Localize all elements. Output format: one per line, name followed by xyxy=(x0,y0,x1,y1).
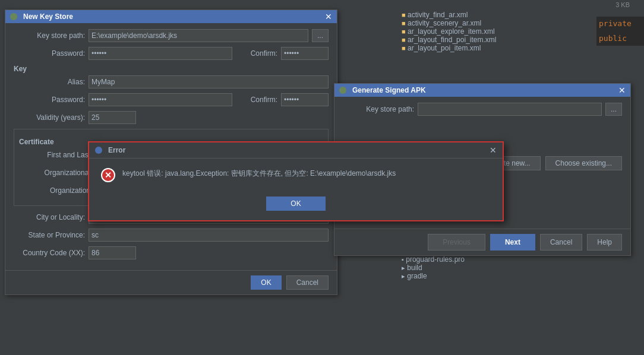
xml-icon: ■ xyxy=(402,36,406,43)
error-title-bar: Error ✕ xyxy=(89,142,503,159)
org-label: Organization xyxy=(19,186,90,195)
error-footer: OK xyxy=(89,192,503,220)
alias-label: Alias: xyxy=(14,78,85,86)
error-dialog: Error ✕ ✕ keytool 错误: java.lang.Exceptio… xyxy=(88,141,504,221)
keystore-password-input[interactable] xyxy=(89,47,232,60)
validity-label: Validity (years): xyxy=(14,113,85,122)
signed-apk-title-text: Generate Signed APK xyxy=(352,86,426,94)
xml-icon: ■ xyxy=(402,20,406,27)
choose-existing-button[interactable]: Choose existing... xyxy=(545,156,622,170)
help-button[interactable]: Help xyxy=(587,234,622,251)
signed-apk-close-button[interactable]: ✕ xyxy=(618,86,626,94)
error-dialog-icon xyxy=(95,147,102,154)
keystore-confirm-input[interactable] xyxy=(281,47,329,60)
first-last-label: First and Last xyxy=(19,151,90,159)
file-item[interactable]: ▪ proguard-rules.pro xyxy=(402,255,639,264)
xml-icon: ■ xyxy=(402,45,406,52)
file-name: activity_scenery_ar.xml xyxy=(408,19,481,27)
keystore-password-label: Password: xyxy=(14,49,85,58)
keystore-title-left: New Key Store xyxy=(10,12,73,21)
file-name: proguard-rules.pro xyxy=(406,255,465,264)
error-title-left: Error xyxy=(95,146,125,154)
file-name: gradle xyxy=(407,272,427,280)
file-name: activity_find_ar.xml xyxy=(408,11,468,19)
org-unit-label: Organizational xyxy=(19,169,90,177)
code-line-1: private xyxy=(599,17,644,31)
keystore-close-button[interactable]: ✕ xyxy=(325,12,332,21)
state-label: State or Province: xyxy=(14,231,85,239)
error-icon: ✕ xyxy=(101,168,115,182)
country-row: Country Code (XX): xyxy=(14,246,329,259)
state-input[interactable] xyxy=(89,229,329,242)
file-size-label: 3 KB xyxy=(615,1,630,8)
key-section-header: Key xyxy=(14,65,329,73)
keystore-path-label: Key store path: xyxy=(14,31,85,40)
error-ok-button[interactable]: OK xyxy=(266,196,325,211)
xml-icon: ■ xyxy=(402,28,406,35)
error-message-text: keytool 错误: java.lang.Exception: 密钥库文件存在… xyxy=(122,168,491,179)
file-item[interactable]: ▸ build xyxy=(402,264,639,272)
keystore-footer: OK Cancel xyxy=(5,270,337,294)
file-name: ar_layout_explore_item.xml xyxy=(408,27,495,36)
error-body: ✕ keytool 错误: java.lang.Exception: 密钥库文件… xyxy=(89,159,503,192)
state-row: State or Province: xyxy=(14,229,329,242)
keystore-cancel-button[interactable]: Cancel xyxy=(286,275,329,290)
keystore-title-bar: New Key Store ✕ xyxy=(5,10,337,23)
file-name: build xyxy=(407,264,422,272)
xml-icon: ■ xyxy=(402,11,406,18)
file-name: ar_layout_poi_item.xml xyxy=(408,44,481,52)
signed-apk-title-bar: Generate Signed APK ✕ xyxy=(334,84,630,97)
file-icon: ▪ xyxy=(402,256,404,263)
keystore-title-text: New Key Store xyxy=(23,12,73,21)
keystore-ok-button[interactable]: OK xyxy=(251,275,281,290)
keystore-password-row: Password: Confirm: xyxy=(14,47,329,60)
key-confirm-input[interactable] xyxy=(281,93,329,106)
key-password-input[interactable] xyxy=(89,93,232,106)
folder-icon: ▸ xyxy=(402,264,405,271)
signed-apk-cancel-button[interactable]: Cancel xyxy=(540,234,582,251)
code-snippet: private public xyxy=(596,17,644,46)
key-confirm-label: Confirm: xyxy=(236,96,277,104)
error-close-button[interactable]: ✕ xyxy=(490,146,497,154)
keystore-icon xyxy=(10,13,17,20)
signed-apk-footer: Previous Next Cancel Help xyxy=(334,229,630,255)
validity-row: Validity (years): xyxy=(14,111,329,124)
signed-keystore-path-row: Key store path: ... xyxy=(343,103,622,116)
next-button[interactable]: Next xyxy=(490,234,535,251)
previous-button[interactable]: Previous xyxy=(428,234,485,251)
key-password-row: Password: Confirm: xyxy=(14,93,329,106)
key-password-label: Password: xyxy=(14,96,85,104)
keystore-path-input[interactable] xyxy=(89,29,308,42)
alias-input[interactable] xyxy=(89,75,329,88)
signed-keystore-path-input[interactable] xyxy=(418,103,602,116)
code-line-2: public xyxy=(599,31,644,46)
country-label: Country Code (XX): xyxy=(14,249,85,257)
file-name: ar_layout_find_poi_item.xml xyxy=(408,36,496,44)
country-input[interactable] xyxy=(89,246,136,259)
error-title-text: Error xyxy=(108,146,125,154)
signed-keystore-browse-button[interactable]: ... xyxy=(605,103,622,116)
signed-apk-title-left: Generate Signed APK xyxy=(339,86,426,94)
signed-keystore-path-label: Key store path: xyxy=(343,105,414,113)
file-item[interactable]: ▸ gradle xyxy=(402,272,639,280)
keystore-path-browse-button[interactable]: ... xyxy=(312,29,329,42)
city-label: City or Locality: xyxy=(14,213,85,221)
keystore-path-row: Key store path: ... xyxy=(14,29,329,42)
apk-icon xyxy=(339,87,346,94)
keystore-confirm-label: Confirm: xyxy=(236,49,277,58)
validity-input[interactable] xyxy=(89,111,136,124)
folder-icon: ▸ xyxy=(402,272,405,280)
alias-row: Alias: xyxy=(14,75,329,88)
